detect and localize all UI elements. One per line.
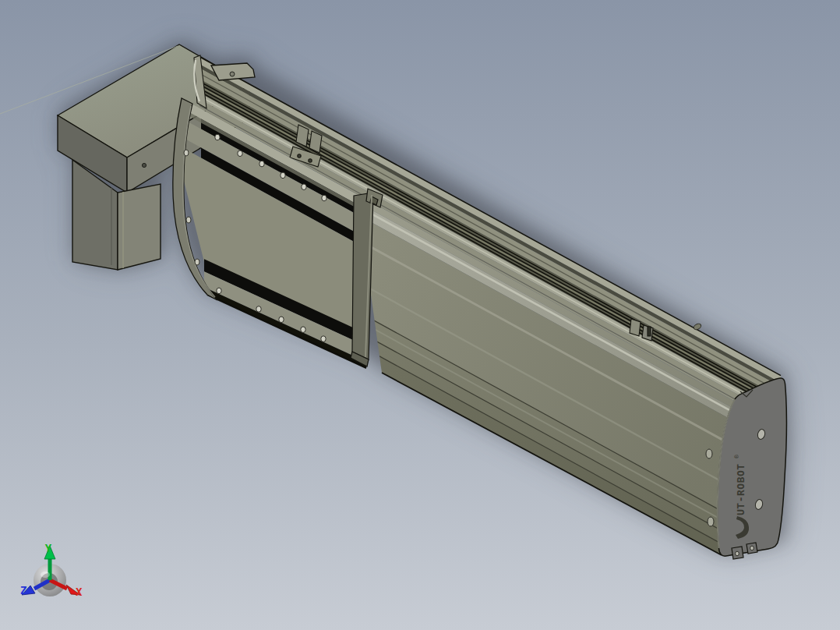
cad-viewport[interactable]: UT-ROBOT ® Y X Z [0, 0, 840, 630]
body-screw-hole [708, 517, 714, 526]
registered-mark: ® [733, 455, 740, 458]
cad-stage: UT-ROBOT ® Y X Z [0, 0, 840, 630]
motor-body-right-face [118, 184, 161, 270]
brand-engraving: UT-ROBOT [735, 463, 746, 515]
z-axis-label: Z [20, 584, 26, 596]
x-axis-label: X [76, 586, 83, 598]
triad-sphere-highlight [41, 572, 50, 578]
motor-housing-screw [142, 163, 146, 167]
y-axis-label: Y [45, 542, 52, 554]
body-screw-hole [706, 449, 712, 458]
head-plate-screw [230, 72, 235, 76]
